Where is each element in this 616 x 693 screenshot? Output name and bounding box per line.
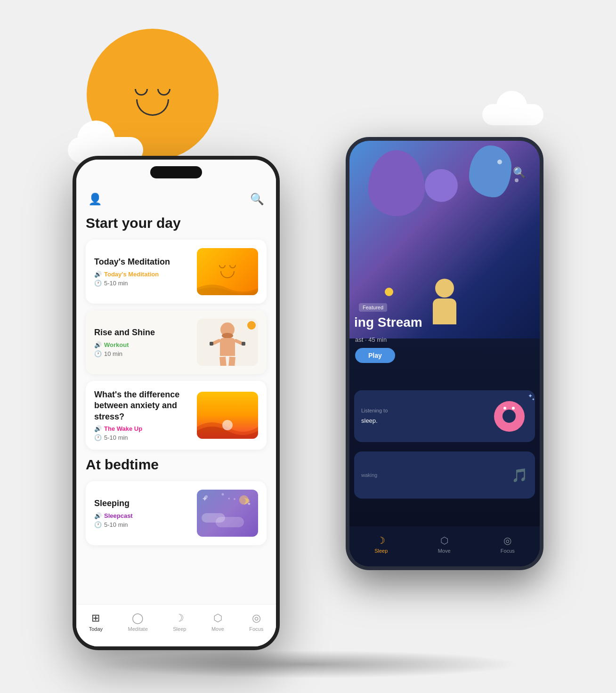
back-bottom-nav: ☽ Sleep ⬡ Move ◎ Focus: [349, 526, 540, 566]
back-nav-focus[interactable]: ◎ Focus: [501, 535, 515, 554]
donut-eye-left: [503, 407, 506, 410]
back-nav-sleep-icon: ☽: [377, 535, 385, 546]
rise-weight-right: [242, 342, 245, 346]
front-nav-move[interactable]: ⬡ Move: [211, 612, 224, 632]
rise-shine-card[interactable]: Rise and Shine 🔊 Workout 🕐 10 min: [86, 310, 267, 374]
back-nav-sleep[interactable]: ☽ Sleep: [374, 535, 388, 554]
rise-person-figure: [212, 322, 243, 363]
rise-shine-category-label: Workout: [104, 341, 129, 348]
med-eye-left: [219, 265, 226, 268]
donut-eyes: [503, 407, 515, 410]
back-white-dot2: [515, 178, 519, 182]
sleeping-duration-text: 5-10 min: [104, 521, 128, 528]
meditation-card-title: Today's Meditation: [94, 257, 190, 267]
rise-img-bg: [197, 319, 258, 366]
front-nav-today-label: Today: [89, 626, 103, 632]
back-phone-content: 🔍 Featured ing Stream ast · 45 min Play: [349, 141, 540, 566]
blob1: [368, 150, 425, 216]
sleeping-card-image: ✦ ✦ ✦: [197, 490, 258, 537]
sun-eye-right: [157, 89, 170, 96]
rise-shine-card-image: [197, 319, 258, 366]
rise-leg-left: [219, 356, 227, 366]
rise-shine-card-title: Rise and Shine: [94, 327, 190, 338]
front-bottom-nav: ⊞ Today ◯ Meditate ☽ Sleep ⬡ Move: [76, 604, 276, 646]
back-sleep-card[interactable]: Listening to sleep. ✦ ✦: [354, 390, 535, 442]
rise-body: [220, 338, 235, 356]
rise-shine-card-duration: 🕐 10 min: [94, 350, 190, 357]
anxiety-card[interactable]: What's the difference between anxiety an…: [86, 381, 267, 450]
back-search-icon[interactable]: 🔍: [513, 167, 526, 179]
med-smile: [220, 271, 235, 278]
rise-head: [220, 322, 235, 337]
back-nav-move-label: Move: [438, 548, 451, 554]
front-phone-notch: [150, 166, 202, 178]
back-music-label: waking: [361, 472, 504, 478]
rise-shine-card-text: Rise and Shine 🔊 Workout 🕐 10 min: [94, 327, 197, 357]
rise-orange-dot: [247, 321, 256, 330]
meditation-img-bg: [197, 248, 258, 295]
sleeping-card[interactable]: Sleeping 🔊 Sleepcast 🕐 5-10 min: [86, 481, 267, 545]
start-your-day-title: Start your day: [86, 215, 267, 231]
front-nav-focus[interactable]: ◎ Focus: [249, 612, 263, 632]
meditation-category-label: Today's Meditation: [104, 271, 159, 278]
clock-icon2: 🕐: [94, 350, 102, 357]
front-nav-move-icon: ⬡: [213, 612, 222, 624]
sleeping-card-text: Sleeping 🔊 Sleepcast 🕐 5-10 min: [94, 498, 197, 528]
sleep-star-pattern: [197, 490, 258, 537]
donut-eye-right: [512, 407, 515, 410]
svg-point-3: [248, 503, 250, 505]
front-nav-sleep[interactable]: ☽ Sleep: [173, 612, 186, 632]
front-nav-meditate[interactable]: ◯ Meditate: [128, 612, 148, 632]
anxiety-img-bg: [197, 392, 258, 439]
anxiety-duration-text: 5-10 min: [104, 434, 128, 441]
anxiety-dot: [222, 420, 233, 430]
meditation-waves: [197, 279, 258, 295]
clock-icon4: 🕐: [94, 521, 102, 528]
svg-point-2: [222, 493, 224, 496]
med-face: [217, 265, 238, 278]
sleeping-card-title: Sleeping: [94, 498, 190, 509]
front-nav-today[interactable]: ⊞ Today: [89, 612, 103, 632]
donut-icon: [494, 401, 525, 432]
profile-icon[interactable]: 👤: [88, 193, 102, 206]
back-featured-title: ing Stream: [354, 315, 422, 330]
meditation-duration-text: 5-10 min: [104, 280, 128, 287]
back-featured-subtitle: ast · 45 min: [355, 336, 387, 343]
star2: ✦: [532, 397, 535, 402]
rise-shine-card-category: 🔊 Workout: [94, 341, 190, 348]
meditation-card[interactable]: Today's Meditation 🔊 Today's Meditation …: [86, 240, 267, 304]
meditation-card-duration: 🕐 5-10 min: [94, 280, 190, 287]
phone-back: 🔍 Featured ing Stream ast · 45 min Play: [346, 137, 543, 570]
rise-hair: [222, 333, 233, 338]
anxiety-card-title: What's the difference between anxiety an…: [94, 389, 190, 422]
sleeping-card-category: 🔊 Sleepcast: [94, 512, 190, 519]
front-nav-move-label: Move: [211, 626, 224, 632]
sleeping-img-bg: ✦ ✦ ✦: [197, 490, 258, 537]
back-nav-move-icon: ⬡: [440, 535, 448, 546]
back-sleep-main: sleep.: [361, 417, 481, 425]
back-play-button[interactable]: Play: [355, 348, 395, 363]
front-nav-focus-label: Focus: [249, 626, 263, 632]
front-header: 👤 🔍: [76, 188, 276, 208]
back-nav-focus-icon: ◎: [503, 535, 511, 546]
back-nav-move[interactable]: ⬡ Move: [438, 535, 451, 554]
scene: 🔍 Featured ing Stream ast · 45 min Play: [49, 29, 567, 664]
front-nav-sleep-label: Sleep: [173, 626, 186, 632]
volume-icon2: 🔊: [94, 341, 102, 348]
volume-icon: 🔊: [94, 271, 102, 278]
sleeping-category-label: Sleepcast: [104, 512, 133, 519]
rise-leg-right: [228, 356, 235, 366]
anxiety-card-category: 🔊 The Wake Up: [94, 425, 190, 432]
back-sleep-subtitle: Listening to: [361, 407, 481, 414]
sun-eye-left: [135, 89, 148, 96]
back-music-card[interactable]: waking 🎵: [354, 451, 535, 499]
back-featured-label: Featured: [359, 303, 387, 312]
anxiety-card-text: What's the difference between anxiety an…: [94, 389, 197, 441]
search-icon[interactable]: 🔍: [250, 193, 264, 206]
front-nav-meditate-icon: ◯: [132, 612, 144, 624]
volume-icon3: 🔊: [94, 425, 102, 432]
phone-front: 👤 🔍 Start your day Today's Meditation 🔊: [73, 156, 280, 650]
phone-shadow: [96, 650, 520, 678]
volume-icon4: 🔊: [94, 512, 102, 519]
clock-icon3: 🕐: [94, 434, 102, 441]
